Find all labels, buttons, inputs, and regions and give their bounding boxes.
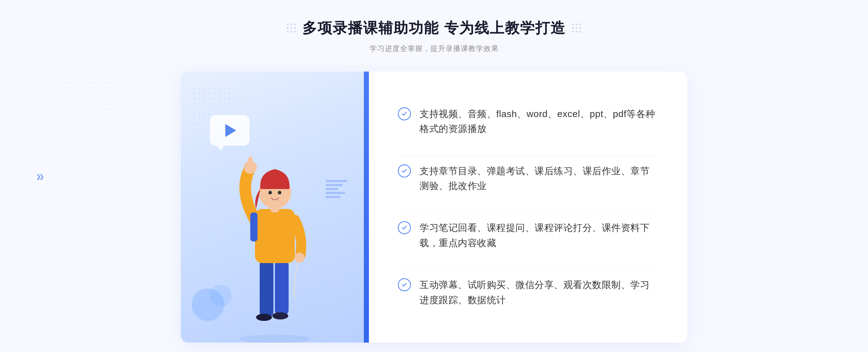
- feature-text-4: 互动弹幕、试听购买、微信分享、观看次数限制、学习进度跟踪、数据统计: [420, 278, 658, 308]
- decorative-dots-right: [572, 23, 581, 33]
- deco-circle-small: [210, 285, 231, 306]
- svg-point-8: [294, 253, 305, 263]
- svg-rect-7: [248, 156, 252, 169]
- feature-item-2: 支持章节目录、弹题考试、课后练习、课后作业、章节测验、批改作业: [398, 156, 658, 201]
- main-content-card: 支持视频、音频、flash、word、excel、ppt、pdf等各种格式的资源…: [181, 72, 687, 343]
- check-icon-3: [398, 221, 411, 234]
- decorative-dots-left: [287, 23, 296, 33]
- page-title: 多项录播课辅助功能 专为线上教学打造: [302, 18, 565, 38]
- illustration-figure: [217, 126, 333, 343]
- chevron-decoration: »: [36, 168, 44, 184]
- feature-item-1: 支持视频、音频、flash、word、excel、ppt、pdf等各种格式的资源…: [398, 99, 658, 144]
- page-container: » 多项录播课辅助功能 专为线上教学打造 学习进度全掌握，提升录播课教学效果: [0, 0, 868, 352]
- svg-point-12: [278, 191, 281, 194]
- check-icon-1: [398, 107, 411, 120]
- illustration-panel: [181, 72, 369, 343]
- svg-point-0: [239, 335, 311, 343]
- feature-text-2: 支持章节目录、弹题考试、课后练习、课后作业、章节测验、批改作业: [420, 164, 658, 194]
- feature-item-4: 互动弹幕、试听购买、微信分享、观看次数限制、学习进度跟踪、数据统计: [398, 270, 658, 315]
- check-icon-4: [398, 278, 411, 291]
- title-row: 多项录播课辅助功能 专为线上教学打造: [287, 18, 581, 38]
- svg-rect-5: [255, 209, 295, 263]
- feature-text-1: 支持视频、音频、flash、word、excel、ppt、pdf等各种格式的资源…: [420, 107, 658, 137]
- svg-point-11: [268, 191, 272, 194]
- dots-decoration-left: [65, 72, 116, 123]
- svg-point-4: [272, 312, 288, 319]
- header-section: 多项录播课辅助功能 专为线上教学打造 学习进度全掌握，提升录播课教学效果: [287, 18, 581, 53]
- dots-decoration-right: [781, 58, 810, 87]
- check-icon-2: [398, 164, 411, 177]
- blue-accent-bar: [364, 72, 369, 343]
- page-subtitle: 学习进度全掌握，提升录播课教学效果: [287, 44, 581, 53]
- svg-point-3: [256, 314, 272, 321]
- svg-rect-1: [260, 259, 273, 317]
- features-panel: 支持视频、音频、flash、word、excel、ppt、pdf等各种格式的资源…: [369, 72, 687, 343]
- feature-text-3: 学习笔记回看、课程提问、课程评论打分、课件资料下载，重点内容收藏: [420, 220, 658, 250]
- svg-rect-2: [275, 259, 289, 315]
- svg-rect-13: [250, 213, 258, 241]
- feature-item-3: 学习笔记回看、课程提问、课程评论打分、课件资料下载，重点内容收藏: [398, 213, 658, 258]
